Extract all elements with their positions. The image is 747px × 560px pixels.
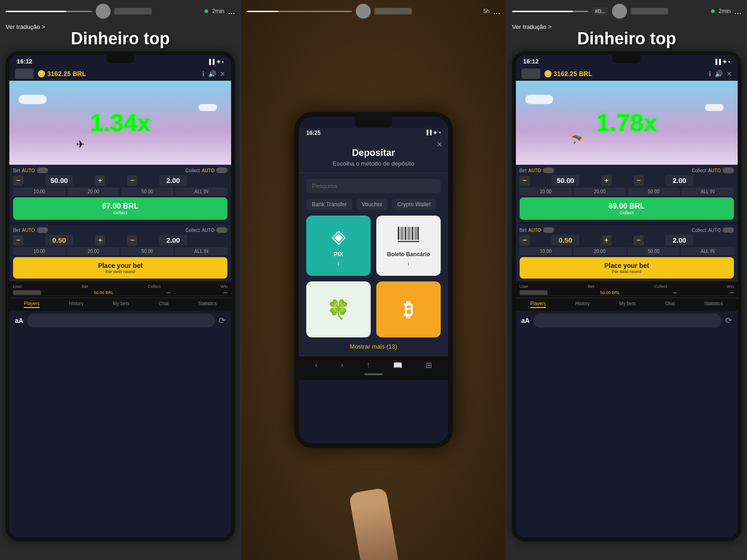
more-options-center[interactable]: ... <box>493 7 500 16</box>
collect-btn-left[interactable]: 67.00 BRL Collect <box>13 197 227 220</box>
collect-decrease-1[interactable]: − <box>127 175 137 186</box>
nav-chat-right[interactable]: Chat <box>665 301 675 308</box>
info-icon[interactable]: ℹ <box>202 70 204 77</box>
boleto-info-icon[interactable]: ℹ <box>408 261 409 266</box>
preset-20-1[interactable]: 20.00 <box>67 188 120 196</box>
preset-allin-1[interactable]: ALL IN <box>175 188 228 196</box>
forward-icon[interactable]: › <box>341 361 343 370</box>
bet-amount-2: 0.50 <box>45 235 73 245</box>
tab-crypto[interactable]: Crypto Wallet <box>392 199 437 210</box>
preset-20-r2[interactable]: 20.00 <box>573 247 626 255</box>
collect-decrease-2[interactable]: − <box>127 235 137 245</box>
bet-decrease-r1[interactable]: − <box>520 175 530 186</box>
url-input-right[interactable] <box>533 314 721 328</box>
nav-statistics-right[interactable]: Statistics <box>705 301 723 308</box>
auto-toggle-switch-collect-1[interactable] <box>216 168 227 173</box>
bet-decrease-r2[interactable]: − <box>520 235 530 245</box>
preset-allin-r2[interactable]: ALL IN <box>681 247 734 255</box>
close-icon[interactable]: ✕ <box>220 70 226 77</box>
bet-label-r2: Bet <box>520 228 527 233</box>
preset-20-r1[interactable]: 20.00 <box>573 188 626 196</box>
nav-history-right[interactable]: History <box>575 301 590 308</box>
svg-rect-9 <box>414 227 415 240</box>
collect-label-2: Collect <box>185 228 200 233</box>
tabs-icon[interactable]: ⊞ <box>426 361 432 370</box>
sound-icon-right[interactable]: 🔊 <box>715 70 723 77</box>
place-bet-btn-right[interactable]: Place your bet For next round <box>520 257 734 279</box>
payment-pix[interactable]: ◈ PIX ℹ <box>306 216 371 276</box>
auto-collect-r2[interactable]: AUTO <box>708 228 721 233</box>
tab-voucher[interactable]: Voucher <box>356 199 388 210</box>
nav-mybets-right[interactable]: My bets <box>619 301 635 308</box>
depositar-search[interactable]: Pesquisa <box>306 179 441 193</box>
info-icon-right[interactable]: ℹ <box>709 70 711 77</box>
payment-clover[interactable]: 🍀 <box>306 281 371 337</box>
svg-rect-3 <box>403 227 404 240</box>
bet-increase-r1[interactable]: + <box>601 175 612 186</box>
sound-icon[interactable]: 🔊 <box>208 70 216 77</box>
online-indicator <box>204 9 208 13</box>
auto-toggle-2[interactable]: AUTO <box>22 228 35 233</box>
nav-mybets-left[interactable]: My bets <box>113 301 129 308</box>
auto-toggle-collect-2[interactable]: AUTO <box>202 228 215 233</box>
nav-players-left[interactable]: Players <box>24 301 39 308</box>
url-input-left[interactable] <box>27 314 215 328</box>
auto-toggle-switch-1[interactable] <box>37 168 48 173</box>
nav-statistics-left[interactable]: Statistics <box>198 301 217 308</box>
payment-boleto[interactable]: Boleto Bancário ℹ <box>376 216 441 276</box>
share-icon[interactable]: ↑ <box>366 361 370 370</box>
auto-toggle-collect-r1[interactable] <box>723 168 734 173</box>
auto-toggle-collect-r2[interactable] <box>723 227 734 233</box>
auto-toggle-r2[interactable] <box>543 227 554 233</box>
auto-collect-r1[interactable]: AUTO <box>708 168 721 173</box>
nav-history-left[interactable]: History <box>69 301 84 308</box>
preset-50-2[interactable]: 50.00 <box>121 247 174 255</box>
nav-players-right[interactable]: Players <box>530 301 546 308</box>
svg-rect-12 <box>398 241 419 242</box>
collect-label-r1: Collect <box>692 168 706 173</box>
payment-bitcoin[interactable]: ₿ <box>376 281 441 337</box>
auto-toggle-switch-2[interactable] <box>37 227 48 233</box>
more-options-left[interactable]: ... <box>228 7 235 16</box>
more-options-right[interactable]: ... <box>734 7 741 16</box>
preset-10-r1[interactable]: 10.00 <box>520 188 572 196</box>
bookmarks-icon[interactable]: 📖 <box>393 361 402 370</box>
back-icon[interactable]: ‹ <box>315 361 317 370</box>
show-more-btn[interactable]: Mostrar mais (13) <box>299 337 448 356</box>
nav-chat-left[interactable]: Chat <box>159 301 169 308</box>
phone-nav-right: Players History My bets Chat Statistics <box>516 298 738 311</box>
close-icon-right[interactable]: ✕ <box>726 70 732 77</box>
preset-20-2[interactable]: 20.00 <box>67 247 120 255</box>
preset-allin-r1[interactable]: ALL IN <box>681 188 734 196</box>
auto-toggle-collect-1[interactable]: AUTO <box>202 168 215 173</box>
bet-increase-r2[interactable]: + <box>601 235 612 245</box>
bet-decrease-2[interactable]: − <box>13 235 23 245</box>
refresh-icon-left[interactable]: ⟳ <box>218 315 226 326</box>
auto-toggle-r1[interactable] <box>543 168 554 173</box>
place-bet-btn-left[interactable]: Place your bet For next round <box>13 257 227 279</box>
auto-toggle-switch-collect-2[interactable] <box>216 227 227 233</box>
refresh-icon-right[interactable]: ⟳ <box>725 315 732 326</box>
auto-r1[interactable]: AUTO <box>529 168 542 173</box>
bet-decrease-1[interactable]: − <box>13 175 23 186</box>
story-time-center: 5h <box>483 8 489 14</box>
bet-increase-1[interactable]: + <box>95 175 105 186</box>
preset-10-2[interactable]: 10.00 <box>13 247 66 255</box>
preset-10-r2[interactable]: 10.00 <box>520 247 572 255</box>
collect-btn-right[interactable]: 89.00 BRL Collect <box>520 197 734 220</box>
bet-increase-2[interactable]: + <box>95 235 105 245</box>
preset-allin-2[interactable]: ALL IN <box>175 247 228 255</box>
tab-bank-transfer[interactable]: Bank Transfer <box>306 199 352 210</box>
close-btn-depositar[interactable]: ✕ <box>437 140 443 149</box>
preset-50-r1[interactable]: 50.00 <box>627 188 680 196</box>
preset-50-1[interactable]: 50.00 <box>121 188 174 196</box>
svg-rect-8 <box>412 227 413 240</box>
col-win-r: Win <box>726 284 734 289</box>
preset-50-r2[interactable]: 50.00 <box>627 247 680 255</box>
collect-decrease-r2[interactable]: − <box>634 235 644 245</box>
auto-r2[interactable]: AUTO <box>529 228 542 233</box>
collect-decrease-r1[interactable]: − <box>634 175 644 186</box>
auto-toggle-1[interactable]: AUTO <box>22 168 35 173</box>
pix-info-icon[interactable]: ℹ <box>338 261 339 266</box>
preset-10-1[interactable]: 10.00 <box>13 188 66 196</box>
